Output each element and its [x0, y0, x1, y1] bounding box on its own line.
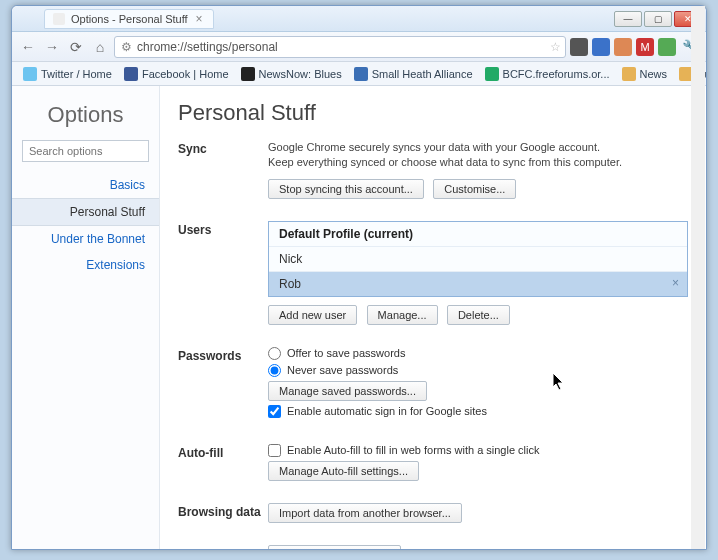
manage-autofill-button[interactable]: Manage Auto-fill settings...: [268, 461, 419, 481]
sidebar-item-extensions[interactable]: Extensions: [12, 252, 159, 278]
settings-main: Personal Stuff Sync Google Chrome secure…: [160, 86, 706, 549]
titlebar: Options - Personal Stuff × — ▢ ✕: [12, 6, 706, 32]
favicon: [241, 67, 255, 81]
user-row[interactable]: Default Profile (current): [269, 222, 687, 247]
section-themes: Themes Reset to default theme: [178, 545, 688, 549]
section-sync: Sync Google Chrome securely syncs your d…: [178, 140, 688, 199]
favicon: [354, 67, 368, 81]
never-save-passwords-label: Never save passwords: [287, 364, 398, 376]
passwords-label: Passwords: [178, 347, 268, 422]
nav-toolbar: ← → ⟳ ⌂ ⚙ ☆ M 🔧: [12, 32, 706, 62]
sync-desc2: Keep everything synced or choose what da…: [268, 156, 622, 168]
search-options-input[interactable]: [22, 140, 149, 162]
extension-icon-2[interactable]: [614, 38, 632, 56]
browsing-data-label: Browsing data: [178, 503, 268, 523]
browser-window: Options - Personal Stuff × — ▢ ✕ ← → ⟳ ⌂…: [11, 5, 707, 550]
minimize-button[interactable]: —: [614, 11, 642, 27]
enable-autofill-checkbox[interactable]: [268, 444, 281, 457]
maximize-button[interactable]: ▢: [644, 11, 672, 27]
bookmark-label: BCFC.freeforums.or...: [503, 68, 610, 80]
window-controls: — ▢ ✕: [614, 11, 702, 27]
bookmark-star-icon[interactable]: ☆: [550, 40, 561, 54]
users-listbox[interactable]: Default Profile (current)NickRob×: [268, 221, 688, 297]
stop-syncing-button[interactable]: Stop syncing this account...: [268, 179, 424, 199]
content-area: Options BasicsPersonal StuffUnder the Bo…: [12, 86, 706, 549]
page-title: Personal Stuff: [178, 100, 688, 126]
folder-icon: [622, 67, 636, 81]
url-input[interactable]: [137, 40, 546, 54]
bookmark-item[interactable]: Facebook | Home: [119, 65, 234, 83]
manage-user-button[interactable]: Manage...: [367, 305, 438, 325]
bookmark-item[interactable]: Small Heath Alliance: [349, 65, 478, 83]
sync-label: Sync: [178, 140, 268, 199]
reload-button[interactable]: ⟳: [66, 37, 86, 57]
back-button[interactable]: ←: [18, 37, 38, 57]
import-data-button[interactable]: Import data from another browser...: [268, 503, 462, 523]
bookmark-label: Twitter / Home: [41, 68, 112, 80]
sync-desc1: Google Chrome securely syncs your data w…: [268, 141, 600, 153]
vertical-scrollbar[interactable]: [691, 86, 705, 549]
globe-icon: ⚙: [119, 40, 133, 54]
forward-button[interactable]: →: [42, 37, 62, 57]
extension-icon-0[interactable]: [570, 38, 588, 56]
favicon: [124, 67, 138, 81]
bookmark-label: Facebook | Home: [142, 68, 229, 80]
bookmark-label: NewsNow: Blues: [259, 68, 342, 80]
section-browsing-data: Browsing data Import data from another b…: [178, 503, 688, 523]
extension-icons: M: [570, 38, 676, 56]
user-row[interactable]: Rob×: [269, 272, 687, 296]
themes-label: Themes: [178, 545, 268, 549]
home-button[interactable]: ⌂: [90, 37, 110, 57]
sidebar-heading: Options: [12, 96, 159, 140]
users-label: Users: [178, 221, 268, 325]
manage-passwords-button[interactable]: Manage saved passwords...: [268, 381, 427, 401]
bookmarks-bar: Twitter / HomeFacebook | HomeNewsNow: Bl…: [12, 62, 706, 86]
favicon: [53, 13, 65, 25]
sidebar-item-basics[interactable]: Basics: [12, 172, 159, 198]
extension-icon-4[interactable]: [658, 38, 676, 56]
bookmark-label: Small Heath Alliance: [372, 68, 473, 80]
user-row[interactable]: Nick: [269, 247, 687, 272]
bookmark-item[interactable]: BCFC.freeforums.or...: [480, 65, 615, 83]
remove-user-icon[interactable]: ×: [672, 276, 679, 290]
auto-signin-label: Enable automatic sign in for Google site…: [287, 405, 487, 417]
section-passwords: Passwords Offer to save passwords Never …: [178, 347, 688, 422]
bookmark-label: News: [640, 68, 668, 80]
autofill-label: Auto-fill: [178, 444, 268, 481]
customise-sync-button[interactable]: Customise...: [433, 179, 516, 199]
tab-title: Options - Personal Stuff: [71, 13, 188, 25]
bookmark-item[interactable]: Twitter / Home: [18, 65, 117, 83]
section-autofill: Auto-fill Enable Auto-fill to fill in we…: [178, 444, 688, 481]
bookmark-item[interactable]: NewsNow: Blues: [236, 65, 347, 83]
omnibox[interactable]: ⚙ ☆: [114, 36, 566, 58]
auto-signin-checkbox[interactable]: [268, 405, 281, 418]
sidebar-item-personal-stuff[interactable]: Personal Stuff: [12, 198, 159, 226]
extension-icon-1[interactable]: [592, 38, 610, 56]
enable-autofill-label: Enable Auto-fill to fill in web forms wi…: [287, 444, 540, 456]
offer-save-passwords-radio[interactable]: [268, 347, 281, 360]
never-save-passwords-radio[interactable]: [268, 364, 281, 377]
reset-theme-button[interactable]: Reset to default theme: [268, 545, 401, 549]
section-users: Users Default Profile (current)NickRob× …: [178, 221, 688, 325]
add-new-user-button[interactable]: Add new user: [268, 305, 357, 325]
favicon: [485, 67, 499, 81]
bookmark-item[interactable]: News: [617, 65, 673, 83]
sidebar-item-under-the-bonnet[interactable]: Under the Bonnet: [12, 226, 159, 252]
browser-tab[interactable]: Options - Personal Stuff ×: [44, 9, 214, 29]
favicon: [23, 67, 37, 81]
tab-close-icon[interactable]: ×: [194, 12, 205, 26]
options-sidebar: Options BasicsPersonal StuffUnder the Bo…: [12, 86, 160, 549]
offer-save-passwords-label: Offer to save passwords: [287, 347, 405, 359]
extension-icon-3[interactable]: M: [636, 38, 654, 56]
delete-user-button[interactable]: Delete...: [447, 305, 510, 325]
